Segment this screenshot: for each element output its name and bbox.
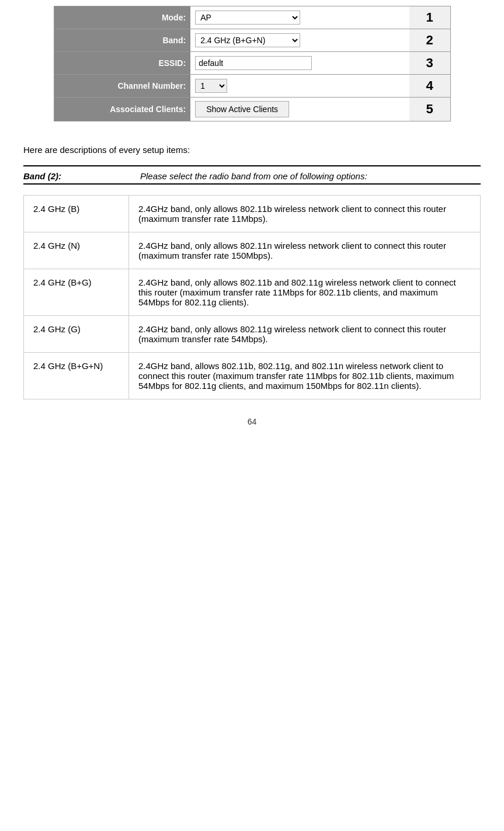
essid-input-cell[interactable] xyxy=(190,52,409,75)
band-input-cell[interactable]: 2.4 GHz (B+G+N) xyxy=(190,29,409,52)
channel-label: Channel Number: xyxy=(54,75,190,98)
band-label: Band: xyxy=(54,29,190,52)
band-option-desc: 2.4GHz band, only allows 802.11g wireles… xyxy=(129,316,481,353)
band-option-name: 2.4 GHz (B) xyxy=(24,196,129,232)
band-option-name: 2.4 GHz (B+G) xyxy=(24,269,129,316)
band-option-desc: 2.4GHz band, only allows 802.11n wireles… xyxy=(129,232,481,269)
description-section: Here are descriptions of every setup ite… xyxy=(18,139,486,405)
mode-label: Mode: xyxy=(54,6,190,29)
band-option-row: 2.4 GHz (G)2.4GHz band, only allows 802.… xyxy=(24,316,481,353)
band-option-desc: 2.4GHz band, only allows 802.11b and 802… xyxy=(129,269,481,316)
channel-select[interactable]: 1 xyxy=(195,79,227,93)
description-intro: Here are descriptions of every setup ite… xyxy=(23,145,481,155)
essid-number: 3 xyxy=(409,52,450,75)
band-option-row: 2.4 GHz (B)2.4GHz band, only allows 802.… xyxy=(24,196,481,232)
band-select[interactable]: 2.4 GHz (B+G+N) xyxy=(195,33,300,47)
essid-row: ESSID: 3 xyxy=(54,52,450,75)
channel-row: Channel Number: 1 4 xyxy=(54,75,450,98)
mode-select[interactable]: AP xyxy=(195,11,300,25)
clients-label: Associated Clients: xyxy=(54,98,190,121)
show-active-clients-button[interactable]: Show Active Clients xyxy=(195,101,289,117)
band-row: Band: 2.4 GHz (B+G+N) 2 xyxy=(54,29,450,52)
settings-form: Mode: AP 1 Band: 2.4 GHz (B+G+N) 2 ESSID… xyxy=(54,6,451,121)
band-option-name: 2.4 GHz (B+G+N) xyxy=(24,353,129,399)
band-options-table: 2.4 GHz (B)2.4GHz band, only allows 802.… xyxy=(23,195,481,399)
band-header-text: Please select the radio band from one of… xyxy=(140,171,481,181)
band-option-name: 2.4 GHz (G) xyxy=(24,316,129,353)
band-option-desc: 2.4GHz band, only allows 802.11b wireles… xyxy=(129,196,481,232)
mode-number: 1 xyxy=(409,6,450,29)
band-description-header: Band (2): Please select the radio band f… xyxy=(23,171,481,185)
essid-label: ESSID: xyxy=(54,52,190,75)
band-option-row: 2.4 GHz (B+G+N)2.4GHz band, allows 802.1… xyxy=(24,353,481,399)
clients-number: 5 xyxy=(409,98,450,121)
band-option-row: 2.4 GHz (B+G)2.4GHz band, only allows 80… xyxy=(24,269,481,316)
band-option-row: 2.4 GHz (N)2.4GHz band, only allows 802.… xyxy=(24,232,481,269)
band-number: 2 xyxy=(409,29,450,52)
clients-row: Associated Clients: Show Active Clients … xyxy=(54,98,450,121)
band-option-name: 2.4 GHz (N) xyxy=(24,232,129,269)
mode-input-cell[interactable]: AP xyxy=(190,6,409,29)
page-number: 64 xyxy=(18,417,486,426)
channel-input-cell[interactable]: 1 xyxy=(190,75,409,98)
band-option-desc: 2.4GHz band, allows 802.11b, 802.11g, an… xyxy=(129,353,481,399)
top-divider xyxy=(23,165,481,166)
mode-row: Mode: AP 1 xyxy=(54,6,450,29)
clients-input-cell[interactable]: Show Active Clients xyxy=(190,98,409,121)
band-header-label: Band (2): xyxy=(23,171,140,181)
channel-number: 4 xyxy=(409,75,450,98)
essid-input[interactable] xyxy=(195,56,312,70)
